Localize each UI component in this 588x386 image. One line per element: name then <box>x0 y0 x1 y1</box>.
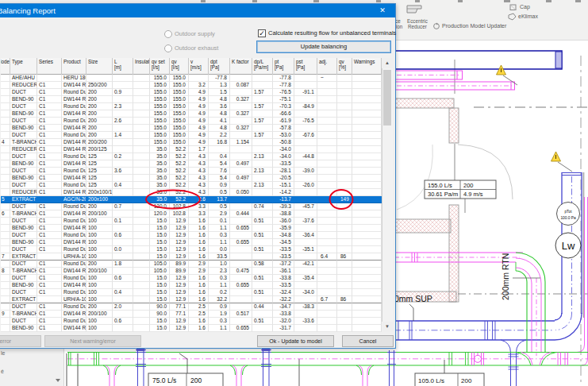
cell <box>352 189 382 196</box>
table-row[interactable]: BEND-90C1DW144 Ro10015.012.91.61.10.655-… <box>1 239 382 246</box>
table-row[interactable]: BEND-90C1DW144 Ro10015.012.91.61.10.655-… <box>1 282 382 289</box>
column-header[interactable]: dpt[Pa] <box>209 58 230 75</box>
table-row[interactable]: DUCTC1Round Duct1253.635.052.24.37.62.13… <box>1 168 382 175</box>
table-row[interactable]: 7EXTRACTURH/A-10010015.012.91.633.5-33.5… <box>1 253 382 261</box>
cell: C1 <box>37 168 62 175</box>
table-row[interactable]: REDUCERC1DW144 Re200x100/1235.052.24.30.… <box>1 189 382 196</box>
cell <box>133 239 150 246</box>
table-row[interactable]: DUCTC1Round Duct2001.4155.0155.04.92.21.… <box>1 132 382 139</box>
column-header[interactable]: Size <box>86 58 113 75</box>
table-row[interactable]: DUCTC1Round Duct1250.235.052.24.30.42.13… <box>1 153 382 160</box>
table-row[interactable]: DUCTC1Round Duct2002.6155.0155.04.94.11.… <box>1 118 382 125</box>
table-row[interactable]: DUCTC1Round Duct2000.7120.0102.83.30.50.… <box>1 203 382 210</box>
cell: 77.1 <box>170 303 189 311</box>
table-row[interactable]: BEND-90C1DW144 Ro12535.052.24.35.40.497-… <box>1 160 382 168</box>
cancel-button[interactable]: Cancel <box>342 335 394 347</box>
previous-warning-button[interactable]: Previous warning/error <box>0 335 41 347</box>
cell: T-BRANCH <box>10 268 37 275</box>
column-header[interactable]: Product <box>62 58 86 75</box>
column-header[interactable]: Node <box>1 58 10 75</box>
cell: C1 <box>37 239 62 246</box>
cell: 100 <box>86 325 113 332</box>
table-row[interactable]: DUCTC1Round Duct2002.090.077.12.50.90.44… <box>1 303 382 311</box>
table-row[interactable]: DUCTC1Round Duct1000.115.012.91.60.10.51… <box>1 218 382 225</box>
table-row[interactable]: DUCTC1Round Duct2001.8105.089.92.91.00.5… <box>1 261 382 268</box>
table-row[interactable]: BEND-90C1DW144 Ro10015.012.91.61.10.655-… <box>1 225 382 232</box>
table-row[interactable]: 5EXTRACTAGC/N-200-200x10035.052.22.613.7… <box>1 196 382 203</box>
column-header[interactable]: K factor <box>230 58 252 75</box>
update-balancing-button[interactable]: Update balancing <box>256 41 391 53</box>
close-icon[interactable]: ✕ <box>376 6 389 16</box>
column-header[interactable]: qv[%] <box>337 58 352 75</box>
table-row[interactable]: AHE/AHUHERU 180155.0155.0-77.8-77.8~ <box>1 75 382 82</box>
cell: 0.51 <box>252 289 273 296</box>
column-header[interactable]: qv set[l/s] <box>150 58 170 75</box>
panel-scroll-down-icon[interactable] <box>56 379 60 382</box>
cell <box>252 125 273 132</box>
cell <box>337 125 352 132</box>
table-row[interactable]: BEND-90C1DW144 Ro200155.0155.04.94.80.32… <box>1 110 382 118</box>
cell: -91.1 <box>294 89 317 96</box>
table-row[interactable]: DUCTC1Round Duct1250.435.052.24.30.92.13… <box>1 182 382 189</box>
table-scrollbar-thumb[interactable] <box>383 70 391 125</box>
cell: 52.2 <box>170 153 189 160</box>
table-row[interactable]: DUCTC1Round Duct1000.615.012.91.60.30.51… <box>1 318 382 325</box>
table-row[interactable]: 6T-BRANCHC1DW144 Ro200/100120.0102.83.32… <box>1 210 382 218</box>
outdoor-exhaust-radio[interactable] <box>164 44 172 52</box>
cell: -70.3 <box>273 103 294 110</box>
cell: 15.0 <box>150 275 170 282</box>
column-header[interactable]: L[m] <box>113 58 133 75</box>
scrollbar-up-icon[interactable]: ▲ <box>382 58 393 68</box>
table-row[interactable]: REDUCERC1DW144 Ro200/12535.052.21.7-34.0 <box>1 146 382 153</box>
table-row[interactable]: DUCTC1Round Duct2002.3155.0155.04.93.61.… <box>1 103 382 110</box>
cell <box>352 253 382 261</box>
cell: Round Duct <box>62 89 86 96</box>
table-row[interactable]: 9T-BRANCHC1DW144 Ro200/10090.077.12.51.9… <box>1 311 382 318</box>
table-row[interactable]: BEND-90C1DW144 Ro12535.052.24.35.40.497-… <box>1 175 382 182</box>
table-row[interactable]: BEND-90C1DW144 Ro200155.0155.04.94.80.32… <box>1 96 382 103</box>
column-header[interactable]: Insulation <box>133 58 150 75</box>
column-header[interactable]: qv[l/s] <box>170 58 189 75</box>
table-row[interactable]: REDUCERC1DW144 Ro250/200155.0155.03.21.3… <box>1 82 382 89</box>
table-row[interactable]: DUCTC1Round Duct2000.9155.0155.04.91.51.… <box>1 89 382 96</box>
next-warning-button[interactable]: Next warning/error <box>44 335 141 347</box>
table-row[interactable]: 4T-BRANCHC1DW144 Ro200/200155.0155.04.91… <box>1 139 382 146</box>
warning-icon[interactable] <box>551 152 573 172</box>
cell: C1 <box>37 189 62 196</box>
cell: -36.1 <box>273 268 294 275</box>
table-row[interactable]: DUCTC1Round Duct1000.615.012.91.60.30.51… <box>1 275 382 282</box>
cell: Round Duct <box>62 203 86 210</box>
calculate-flow-checkbox[interactable]: ✓ <box>258 29 266 37</box>
column-header[interactable]: pt[Pa] <box>273 58 294 75</box>
cell <box>337 239 352 246</box>
table-row[interactable]: BEND-90C1DW144 Ro200155.0155.04.94.80.32… <box>1 125 382 132</box>
column-header[interactable]: Warnings <box>352 58 382 75</box>
column-header[interactable]: dp/L[Pa/m] <box>252 58 273 75</box>
cell: C1 <box>37 146 62 153</box>
outdoor-supply-radio[interactable] <box>164 30 172 38</box>
table-row[interactable]: DUCTC1Round Duct1000.415.012.91.60.20.51… <box>1 289 382 296</box>
table-row[interactable]: 8T-BRANCHC1DW144 Ro200/100105.089.92.92.… <box>1 268 382 275</box>
scrollbar-down-icon[interactable]: ▼ <box>382 322 393 332</box>
dialog-titlebar[interactable]: Balancing Report ✕ <box>0 4 395 17</box>
cell <box>317 246 337 253</box>
cell: 4.9 <box>189 103 209 110</box>
cell: 155.0 <box>150 118 170 125</box>
column-header[interactable]: pst[Pa] <box>294 58 317 75</box>
column-header[interactable]: Type <box>10 58 37 75</box>
table-row[interactable]: BEND-90C1DW144 Ro10015.012.91.61.10.655-… <box>1 325 382 332</box>
cell <box>1 153 10 160</box>
cell: -36.4 <box>294 232 317 239</box>
cell: 0.51 <box>252 218 273 225</box>
table-row[interactable]: EXTRACTURH/A-10010015.012.91.632.2-32.26… <box>1 296 382 303</box>
cell: 0.6 <box>113 318 133 325</box>
column-header[interactable]: Series <box>37 58 62 75</box>
table-row[interactable]: DUCTC1Round Duct1000.015.012.91.60.00.51… <box>1 246 382 253</box>
cell: -50.8 <box>273 139 294 146</box>
cell: 155.0 <box>170 75 189 82</box>
column-header[interactable]: adj. <box>317 58 337 75</box>
table-row[interactable]: DUCTC1Round Duct1000.615.012.91.60.30.51… <box>1 232 382 239</box>
ok-update-button[interactable]: Ok - Update to model <box>257 335 334 347</box>
cell <box>352 218 382 225</box>
column-header[interactable]: v[m/s] <box>189 58 209 75</box>
